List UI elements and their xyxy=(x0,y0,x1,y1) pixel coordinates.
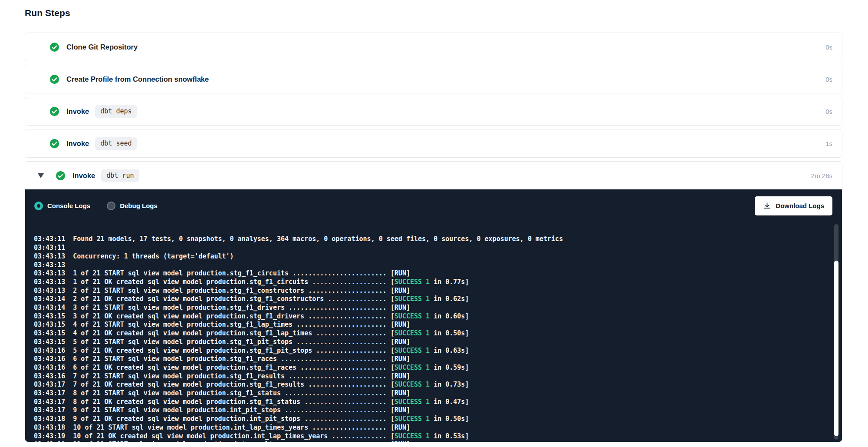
step-row-clone-git[interactable]: Clone Git Repository 0s xyxy=(25,33,842,61)
log-line: 03:43:17 9 of 21 START sql view model pr… xyxy=(34,406,823,415)
download-icon xyxy=(763,202,771,210)
step-duration: 2m 26s xyxy=(811,172,832,179)
debug-logs-option[interactable]: Debug Logs xyxy=(107,202,158,210)
success-check-icon xyxy=(49,42,59,52)
log-line: 03:43:16 5 of 21 OK created sql view mod… xyxy=(34,347,823,355)
log-line: 03:43:14 3 of 21 START sql view model pr… xyxy=(34,304,823,312)
step-label: Invoke xyxy=(66,139,89,148)
log-line: 03:43:15 4 of 21 OK created sql view mod… xyxy=(34,329,823,338)
step-card-clone-git: Clone Git Repository 0s xyxy=(25,33,842,61)
step-row-create-profile[interactable]: Create Profile from Connection snowflake… xyxy=(25,65,842,93)
success-check-icon xyxy=(49,106,59,116)
log-line: 03:43:18 10 of 21 START sql view model p… xyxy=(34,424,823,432)
step-duration: 0s xyxy=(825,108,832,115)
tab-label: Debug Logs xyxy=(120,202,158,209)
step-code-badge: dbt run xyxy=(101,169,139,182)
step-card-dbt-deps: Invoke dbt deps 0s xyxy=(25,97,842,126)
success-check-icon xyxy=(49,74,59,84)
log-line: 03:43:16 7 of 21 START sql view model pr… xyxy=(34,372,823,381)
log-line: 03:43:11 Found 21 models, 17 tests, 0 sn… xyxy=(34,235,823,244)
step-duration: 0s xyxy=(825,76,832,83)
log-line: 03:43:13 1 of 21 OK created sql view mod… xyxy=(34,278,823,287)
tab-label: Console Logs xyxy=(47,202,90,209)
radio-selected-icon xyxy=(34,202,43,210)
step-row-dbt-run[interactable]: Invoke dbt run 2m 26s xyxy=(25,162,842,189)
log-line: 03:43:16 6 of 21 START sql view model pr… xyxy=(34,355,823,364)
step-label: Create Profile from Connection snowflake xyxy=(66,75,209,83)
success-check-icon xyxy=(49,139,59,149)
step-card-dbt-run: Invoke dbt run 2m 26s Console Logs Debug… xyxy=(25,161,842,442)
log-line: 03:43:18 9 of 21 OK created sql view mod… xyxy=(34,415,823,424)
log-line: 03:43:15 3 of 21 OK created sql view mod… xyxy=(34,312,823,321)
console-log-output[interactable]: 03:43:11 Found 21 models, 17 tests, 0 sn… xyxy=(25,222,842,442)
scrollbar-track[interactable] xyxy=(834,224,838,440)
step-duration: 0s xyxy=(825,43,832,51)
log-line: 03:43:19 11 of 21 START sql view model p… xyxy=(34,440,823,442)
log-line: 03:43:17 8 of 21 START sql view model pr… xyxy=(34,389,823,398)
step-card-dbt-seed: Invoke dbt seed 1s xyxy=(25,129,842,158)
log-line: 03:43:13 1 of 21 START sql view model pr… xyxy=(34,269,823,278)
download-logs-button[interactable]: Download Logs xyxy=(755,196,832,215)
console-logs-option[interactable]: Console Logs xyxy=(34,202,90,210)
page-title: Run Steps xyxy=(25,8,842,18)
log-line: 03:43:14 2 of 21 OK created sql view mod… xyxy=(34,295,823,304)
log-line: 03:43:17 8 of 21 OK created sql view mod… xyxy=(34,398,823,407)
log-line: 03:43:19 10 of 21 OK created sql view mo… xyxy=(34,432,823,441)
log-line: 03:43:13 xyxy=(34,261,823,270)
log-line: 03:43:17 7 of 21 OK created sql view mod… xyxy=(34,381,823,389)
run-steps-list: Clone Git Repository 0s Create Profile f… xyxy=(25,33,842,442)
step-label: Invoke xyxy=(72,172,95,180)
console-toolbar: Console Logs Debug Logs Download Logs xyxy=(25,189,842,222)
success-check-icon xyxy=(56,171,66,181)
step-code-badge: dbt deps xyxy=(95,105,137,118)
log-line: 03:43:11 xyxy=(34,244,823,252)
console-panel: Console Logs Debug Logs Download Logs xyxy=(25,189,842,442)
run-steps-page: Run Steps Clone Git Repository 0s Create… xyxy=(0,0,868,442)
step-row-dbt-deps[interactable]: Invoke dbt deps 0s xyxy=(25,97,842,125)
log-line: 03:43:16 6 of 21 OK created sql view mod… xyxy=(34,364,823,372)
step-row-dbt-seed[interactable]: Invoke dbt seed 1s xyxy=(25,129,842,157)
step-label: Clone Git Repository xyxy=(66,43,138,51)
log-line: 03:43:15 5 of 21 START sql view model pr… xyxy=(34,338,823,347)
download-logs-label: Download Logs xyxy=(776,202,824,209)
step-label: Invoke xyxy=(66,107,89,116)
chevron-down-icon[interactable] xyxy=(38,173,44,178)
step-card-create-profile: Create Profile from Connection snowflake… xyxy=(25,65,842,93)
log-line: 03:43:13 Concurrency: 1 threads (target=… xyxy=(34,252,823,261)
step-code-badge: dbt seed xyxy=(95,137,137,150)
radio-unselected-icon xyxy=(107,202,115,210)
step-duration: 1s xyxy=(825,140,832,147)
log-line: 03:43:15 4 of 21 START sql view model pr… xyxy=(34,321,823,329)
scrollbar-thumb[interactable] xyxy=(834,261,838,436)
log-line: 03:43:13 2 of 21 START sql view model pr… xyxy=(34,287,823,295)
